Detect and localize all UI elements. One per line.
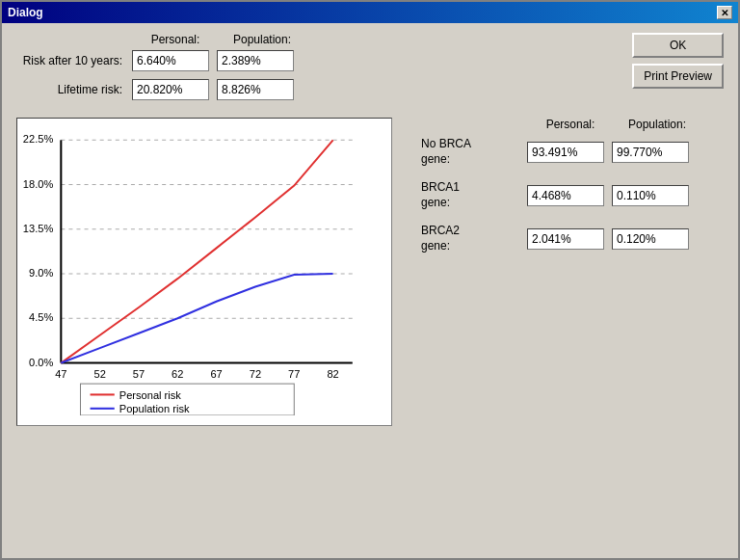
lifetime-population-input[interactable] [217,79,294,100]
brca1-label: BRCA1gene: [421,180,527,210]
no-brca-label: No BRCAgene: [421,137,527,167]
lifetime-risk-label: Lifetime risk: [16,83,132,96]
personal-column-header: Personal: [132,33,219,46]
risk-10yr-personal-input[interactable] [132,50,209,71]
title-bar: Dialog ✕ [2,2,738,23]
gene-column-headers: Personal: Population: [527,118,724,131]
risk-10yr-row: Risk after 10 years: [16,50,613,71]
svg-text:Personal risk: Personal risk [119,388,181,400]
print-preview-button[interactable]: Print Preview [632,64,724,89]
no-brca-personal-input[interactable] [527,142,604,163]
svg-text:82: 82 [327,368,338,380]
column-headers: Personal: Population: [132,33,613,46]
risk-chart: 22.5% 18.0% 13.5% 9.0% 4.5% 0.0% [22,128,382,415]
svg-text:4.5%: 4.5% [29,311,53,323]
close-button[interactable]: ✕ [717,6,732,19]
ok-button[interactable]: OK [632,33,724,58]
brca2-label: BRCA2gene: [421,224,527,253]
svg-text:67: 67 [210,368,222,380]
main-section: 22.5% 18.0% 13.5% 9.0% 4.5% 0.0% [16,118,724,548]
brca1-personal-input[interactable] [527,185,604,206]
svg-text:52: 52 [93,368,105,380]
brca2-personal-input[interactable] [527,228,604,250]
dialog-content: Personal: Population: Risk after 10 year… [2,23,738,558]
svg-text:72: 72 [250,368,261,380]
gene-data-panel: Personal: Population: No BRCAgene: BRCA1… [392,118,724,548]
chart-container: 22.5% 18.0% 13.5% 9.0% 4.5% 0.0% [16,118,392,426]
lifetime-personal-input[interactable] [132,79,209,100]
lifetime-risk-row: Lifetime risk: [16,79,613,100]
dialog-window: Dialog ✕ Personal: Population: Risk afte… [0,0,740,560]
brca1-row: BRCA1gene: [421,180,724,210]
brca2-row: BRCA2gene: [421,224,724,253]
svg-text:22.5%: 22.5% [23,133,53,145]
brca2-population-input[interactable] [612,228,689,250]
population-column-header: Population: [219,33,305,46]
risk-10yr-population-input[interactable] [217,50,294,71]
svg-text:9.0%: 9.0% [29,267,53,279]
no-brca-row: No BRCAgene: [421,137,724,167]
no-brca-population-input[interactable] [612,142,689,163]
svg-text:0.0%: 0.0% [29,357,53,368]
svg-text:18.0%: 18.0% [23,178,53,190]
svg-text:47: 47 [55,368,66,380]
risk-10yr-label: Risk after 10 years: [16,54,132,67]
left-panel: Personal: Population: Risk after 10 year… [16,33,613,108]
svg-text:Population risk: Population risk [119,403,190,414]
window-title: Dialog [8,6,43,19]
svg-text:77: 77 [288,368,300,380]
top-section: Personal: Population: Risk after 10 year… [16,33,724,108]
svg-text:13.5%: 13.5% [23,223,53,234]
action-buttons: OK Print Preview [632,33,724,89]
gene-population-header: Population: [614,118,700,131]
svg-text:62: 62 [172,368,183,380]
brca1-population-input[interactable] [612,185,689,206]
svg-text:57: 57 [133,368,145,380]
gene-personal-header: Personal: [527,118,614,131]
